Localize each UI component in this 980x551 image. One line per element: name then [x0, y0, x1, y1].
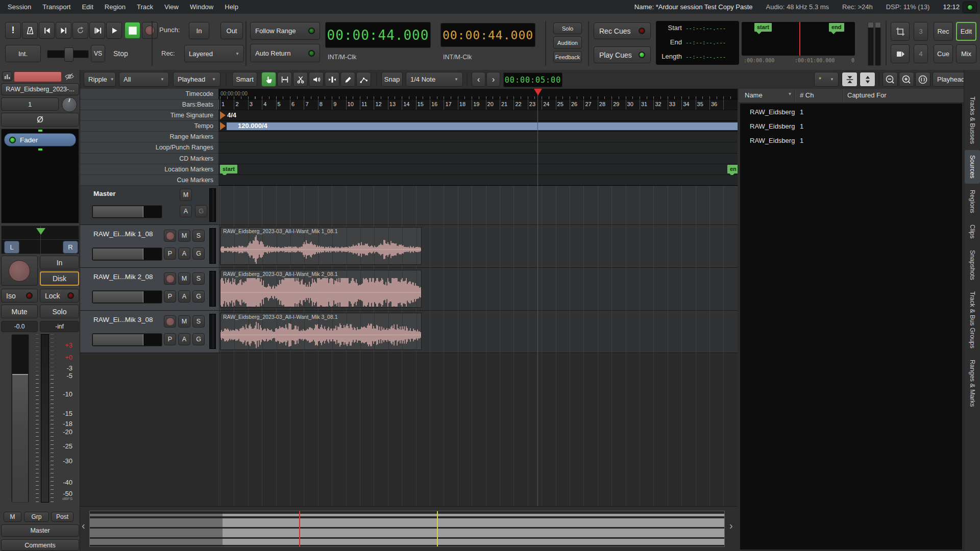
- ruler-label-cue-markers[interactable]: Cue Markers: [80, 175, 218, 186]
- shrink-tracks-button[interactable]: [842, 72, 857, 87]
- goto-start-button[interactable]: [39, 22, 55, 39]
- metronome-button[interactable]: [22, 22, 38, 39]
- recorder-page-button[interactable]: Rec: [934, 22, 953, 41]
- feedback-button[interactable]: Feedback: [553, 51, 582, 63]
- group-button[interactable]: Grp: [24, 512, 49, 522]
- track-name[interactable]: RAW_Ei...Mik 1_08: [93, 230, 153, 238]
- monitor-fader-left[interactable]: [868, 22, 874, 66]
- playhead-marker-icon[interactable]: [534, 89, 542, 99]
- ruler-cd-markers[interactable]: [218, 154, 738, 164]
- sync-source-button[interactable]: Int.: [5, 45, 41, 62]
- mute-track-button[interactable]: M: [178, 272, 190, 285]
- grid-unit-dropdown[interactable]: 1/4 Note▼: [406, 72, 463, 87]
- tool-range-button[interactable]: [277, 72, 292, 87]
- monitor-input-button[interactable]: In: [40, 256, 79, 269]
- mute-track-button[interactable]: M: [180, 189, 192, 201]
- pan-right-button[interactable]: R: [63, 241, 78, 254]
- ruler-cue-markers[interactable]: [218, 175, 738, 186]
- playlist-button[interactable]: P: [164, 290, 176, 303]
- track-header[interactable]: RAW_Ei...Mik 1_08 M S P A G: [80, 225, 218, 268]
- fader-processor[interactable]: Fader: [4, 133, 76, 146]
- menu-item-transport[interactable]: Transport: [38, 2, 75, 12]
- shuttle-control[interactable]: [47, 50, 89, 58]
- loop-button[interactable]: [72, 22, 88, 39]
- zoom-to-session-button[interactable]: [915, 72, 930, 87]
- peak-display[interactable]: -inf: [40, 321, 79, 332]
- record-arm-track-button[interactable]: [164, 230, 176, 242]
- audio-region[interactable]: RAW_Eidsberg_2023-03_All-I-Want_Mik 1_08…: [220, 227, 422, 265]
- automation-button[interactable]: A: [178, 290, 190, 303]
- track-header-master[interactable]: Master M A G: [80, 186, 218, 225]
- strip-record-enable-button[interactable]: [14, 71, 62, 82]
- group-track-button[interactable]: G: [195, 205, 207, 217]
- mini-timeline[interactable]: start end: [742, 22, 855, 56]
- column-divider[interactable]: [843, 90, 844, 102]
- tool-cut-button[interactable]: [293, 72, 308, 87]
- summary-overview[interactable]: [89, 511, 725, 547]
- editor-canvas[interactable]: 00:00:00:00 1234567891011121314151617181…: [218, 89, 738, 506]
- strip-name-button[interactable]: RAW_Eidsberg_2023-...: [1, 83, 79, 95]
- menu-item-session[interactable]: Session: [3, 2, 36, 12]
- summary-scroll-right-button[interactable]: ›: [729, 520, 733, 532]
- column-channels[interactable]: # Ch: [800, 91, 814, 99]
- audition-button[interactable]: Audition: [553, 36, 582, 49]
- ruler-bars-beats[interactable]: 1234567891011121314151617181920212223242…: [218, 99, 738, 110]
- zoom-out-button[interactable]: [883, 72, 898, 87]
- summary-view-edge-line[interactable]: [437, 511, 438, 546]
- tool-automation-button[interactable]: [356, 72, 371, 87]
- ruler-label-tempo[interactable]: Tempo: [80, 121, 218, 132]
- playlist-button[interactable]: P: [164, 247, 176, 260]
- side-tab-regions[interactable]: Regions: [965, 185, 980, 218]
- record-mode-dropdown[interactable]: Layered▼: [184, 45, 244, 62]
- monitor-disk-button[interactable]: Disk: [40, 271, 79, 286]
- metering-point-button[interactable]: M: [4, 512, 21, 522]
- playhead-line[interactable]: [537, 89, 538, 506]
- track-name[interactable]: RAW_Ei...Mik 3_08: [93, 316, 153, 323]
- group-track-button[interactable]: G: [192, 290, 205, 303]
- solo-button[interactable]: Solo: [553, 22, 582, 34]
- side-tab-track-bus-groups[interactable]: Track & Bus Groups: [965, 286, 980, 354]
- track-header[interactable]: RAW_Ei...Mik 3_08 M S P A G: [80, 311, 218, 353]
- snap-button[interactable]: Snap: [381, 72, 403, 87]
- monitor-fader-right[interactable]: [875, 22, 881, 66]
- automation-button[interactable]: A: [180, 205, 192, 217]
- tool-stretch-button[interactable]: [325, 72, 339, 87]
- track-name[interactable]: RAW_Ei...Mik 2_08: [93, 273, 153, 281]
- trim-knob[interactable]: [62, 97, 77, 112]
- nudge-clock[interactable]: 00:00:05:00: [503, 72, 562, 87]
- processor-active-led-icon[interactable]: [9, 137, 16, 143]
- ruler-label-cd-markers[interactable]: CD Markers: [80, 154, 218, 164]
- menu-item-edit[interactable]: Edit: [77, 2, 97, 12]
- side-tab-sources[interactable]: Sources: [965, 150, 980, 184]
- count-3-button[interactable]: 3: [914, 22, 928, 41]
- menu-item-view[interactable]: View: [160, 2, 183, 12]
- menu-item-window[interactable]: Window: [185, 2, 218, 12]
- track-gain-slider[interactable]: [92, 333, 162, 346]
- play-range-button[interactable]: [89, 22, 105, 39]
- midi-panic-button[interactable]: !: [5, 22, 21, 39]
- gain-display[interactable]: -0.0: [1, 321, 38, 332]
- time-signature-value[interactable]: 4/4: [227, 111, 236, 119]
- automation-button[interactable]: A: [178, 333, 190, 345]
- side-tab-ranges-marks[interactable]: Ranges & Marks: [965, 355, 980, 412]
- strip-metering-button[interactable]: [2, 71, 12, 81]
- rec-cues-button[interactable]: Rec Cues: [594, 22, 651, 39]
- ruler-label-location-markers[interactable]: Location Markers: [80, 164, 218, 175]
- goto-end-button[interactable]: [56, 22, 71, 39]
- source-row[interactable]: RAW_Eidsberg 1: [740, 120, 962, 134]
- varispeed-button[interactable]: VS: [91, 45, 105, 62]
- strip-hide-button[interactable]: [63, 71, 76, 81]
- pan-left-button[interactable]: L: [4, 241, 19, 254]
- mini-timeline-end-marker[interactable]: end: [829, 23, 844, 32]
- solo-button-strip[interactable]: Solo: [40, 305, 79, 318]
- ruler-label-bars-beats[interactable]: Bars:Beats: [80, 99, 218, 110]
- shuttle-handle[interactable]: [64, 47, 74, 62]
- start-location-marker[interactable]: start: [220, 165, 237, 173]
- range-length-value[interactable]: --:--:--.---: [685, 54, 726, 60]
- error-log-button[interactable]: [963, 2, 977, 13]
- ruler-label-loop-punch-ranges[interactable]: Loop/Punch Ranges: [80, 142, 218, 153]
- auto-return-button[interactable]: Auto Return: [250, 44, 320, 62]
- selection-frame-button[interactable]: [891, 22, 910, 41]
- primary-clock[interactable]: 00:00:44.000: [325, 22, 431, 48]
- follow-range-button[interactable]: Follow Range: [250, 22, 320, 40]
